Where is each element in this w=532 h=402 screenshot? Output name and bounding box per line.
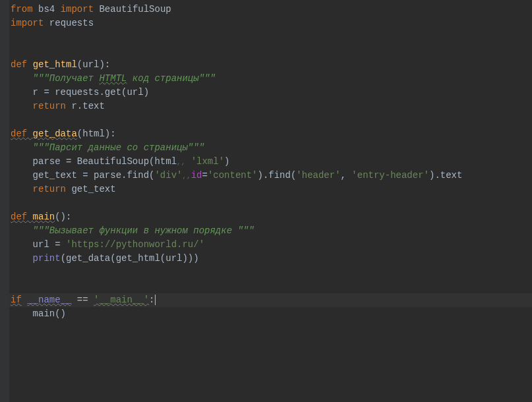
- kwarg-id: id: [191, 170, 202, 181]
- code-line-blank: [0, 44, 532, 58]
- params: (html):: [77, 129, 116, 139]
- fn-get-data: get_data: [33, 129, 77, 139]
- colon: :: [149, 295, 154, 305]
- string-url: 'https://pythonworld.ru/': [66, 239, 204, 250]
- code-text: main(): [33, 308, 66, 319]
- code-line: return get_text: [0, 183, 532, 196]
- text-caret: [155, 295, 156, 305]
- fn-main: main: [33, 212, 55, 222]
- code-text: r = requests.get(url): [33, 87, 149, 98]
- code-text: url =: [33, 239, 66, 250]
- param-hint: ,,: [177, 158, 185, 166]
- code-text: ).find(: [258, 170, 297, 181]
- code-line: r = requests.get(url): [0, 86, 532, 100]
- code-line: """Парсит данные со страницы""": [0, 141, 532, 155]
- code-line-blank: [0, 279, 532, 293]
- gutter: [0, 0, 9, 402]
- code-text: parse = BeautifulSoup(html: [33, 156, 177, 167]
- keyword-return: return: [33, 184, 66, 194]
- code-text: (get_data(get_html(url))): [61, 253, 199, 264]
- code-line-active: if __name__ == '__main__':: [0, 293, 532, 307]
- string-main: '__main__': [94, 295, 149, 305]
- code-line: def main():: [0, 210, 532, 224]
- code-text: get_text = parse.find(: [33, 170, 155, 181]
- params: ():: [55, 212, 71, 222]
- typo-htmtl: HTMTL: [99, 73, 127, 84]
- param-hint: ,,: [182, 172, 191, 180]
- code-line: from bs4 import BeautifulSoup: [0, 3, 532, 16]
- module-requests: requests: [49, 18, 94, 28]
- module-bs4: bs4: [38, 4, 55, 14]
- builtin-print: print: [33, 253, 61, 264]
- docstring: """Вызывает функции в нужном порядке """: [33, 225, 254, 236]
- keyword-from: from: [11, 4, 33, 14]
- fn-get-html: get_html: [33, 59, 77, 70]
- keyword-import: import: [11, 18, 44, 28]
- code-line: print(get_data(get_html(url))): [0, 252, 532, 266]
- code-line: def get_data(html):: [0, 127, 532, 141]
- params: (url):: [77, 59, 110, 70]
- docstring: """Получает: [33, 73, 100, 84]
- code-text: ).text: [429, 170, 462, 181]
- eq: =: [202, 170, 207, 181]
- code-line-blank: [0, 266, 532, 279]
- code-line: """Вызывает функции в нужном порядке """: [0, 224, 532, 238]
- comma: ,: [341, 170, 352, 181]
- docstring: код страницы""": [127, 73, 215, 84]
- code-line: parse = BeautifulSoup(html,, 'lxml'): [0, 155, 532, 169]
- code-text: r.text: [66, 101, 105, 111]
- string-lxml: 'lxml': [191, 156, 224, 167]
- code-line: url = 'https://pythonworld.ru/': [0, 238, 532, 252]
- keyword-if-warn: if: [11, 295, 22, 305]
- op-eq: ==: [71, 295, 94, 305]
- keyword-def-warn: def: [11, 129, 33, 139]
- keyword-def: def: [11, 59, 27, 70]
- string-div: 'div': [154, 170, 182, 181]
- string-entry-header: 'entry-header': [351, 170, 429, 181]
- keyword-import: import: [61, 4, 94, 14]
- code-editor[interactable]: from bs4 import BeautifulSoup import req…: [0, 0, 532, 321]
- close-paren: ): [224, 156, 229, 167]
- code-text: get_text: [66, 184, 116, 194]
- code-line-blank: [0, 30, 532, 44]
- class-beautifulsoup: BeautifulSoup: [99, 4, 171, 14]
- keyword-return: return: [33, 101, 66, 111]
- docstring: """Парсит данные со страницы""": [33, 142, 204, 153]
- dunder-name: __name__: [27, 295, 71, 305]
- string-header: 'header': [296, 170, 340, 181]
- string-content: 'content': [208, 170, 258, 181]
- code-line: main(): [0, 307, 532, 321]
- code-line: return r.text: [0, 100, 532, 113]
- keyword-def-warn: def: [11, 212, 33, 222]
- code-line: """Получает HTMTL код страницы""": [0, 72, 532, 86]
- code-line-blank: [0, 196, 532, 210]
- code-line: import requests: [0, 16, 532, 30]
- code-line: get_text = parse.find('div',,id='content…: [0, 169, 532, 183]
- code-line-blank: [0, 113, 532, 127]
- code-line: def get_html(url):: [0, 58, 532, 72]
